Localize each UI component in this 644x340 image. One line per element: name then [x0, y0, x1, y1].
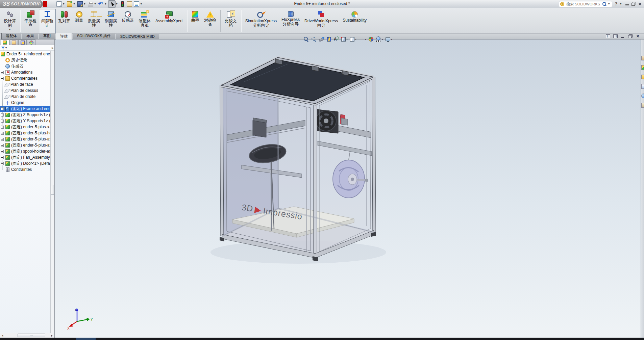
- tree-vscroll-thumb[interactable]: [51, 185, 54, 195]
- view-settings-dropdown-icon[interactable]: ▾: [391, 38, 392, 41]
- tree-item[interactable]: 历史记录: [0, 57, 50, 63]
- expand-plus-icon[interactable]: [1, 71, 4, 74]
- sensor-button[interactable]: 传感器: [119, 9, 136, 33]
- assembly-xpert-button[interactable]: AssemblyXpert: [153, 9, 185, 33]
- design-study-flyout-icon[interactable]: ▾: [9, 28, 10, 31]
- property-manager-tab[interactable]: [9, 40, 18, 45]
- expand-plus-icon[interactable]: [1, 126, 4, 129]
- doc-minimize-icon[interactable]: [621, 34, 625, 38]
- tree-vertical-scrollbar[interactable]: [50, 51, 54, 333]
- section-view-button[interactable]: [327, 37, 331, 42]
- display-style-button[interactable]: ▾: [350, 37, 356, 42]
- simulationxpress-button[interactable]: SimulationXpress 分析向导: [243, 9, 279, 33]
- expand-plus-icon[interactable]: [1, 144, 4, 147]
- pane-right-icon[interactable]: [613, 34, 618, 38]
- help-search-box[interactable]: ▾: [559, 1, 612, 7]
- apply-scene-button[interactable]: ▾: [376, 36, 383, 42]
- options-button[interactable]: [133, 1, 140, 7]
- tab-布局[interactable]: 布局: [22, 33, 38, 39]
- tree-item[interactable]: (固定) Frame and enclosu: [0, 106, 50, 112]
- tree-item[interactable]: 传感器: [0, 63, 50, 69]
- symmetry-check-button[interactable]: 对称检 查: [202, 9, 219, 33]
- tree-item[interactable]: (固定) ender-5-plus-x-axi: [0, 124, 50, 130]
- print-button[interactable]: [87, 1, 94, 7]
- file-explorer-icon[interactable]: [641, 75, 644, 79]
- expand-plus-icon[interactable]: [1, 77, 4, 80]
- view-settings-button[interactable]: ▾: [386, 37, 392, 41]
- select-button[interactable]: [108, 0, 116, 8]
- expand-pane-chevron[interactable]: »: [51, 46, 53, 50]
- tab-solidworks-mbd[interactable]: SOLIDWORKS MBD: [116, 34, 159, 39]
- tree-item[interactable]: (固定) Door<1> (Défaut<: [0, 160, 50, 166]
- driveworksxpress-button[interactable]: DriveWorksXpress 向导: [302, 9, 340, 33]
- tree-item[interactable]: (固定) spool-holder-asse: [0, 148, 50, 154]
- design-study-button[interactable]: 设计算 例▾: [1, 9, 18, 33]
- tree-item[interactable]: Ender 5+ reinforced enclose: [0, 51, 50, 57]
- printer-model-canvas[interactable]: 3D▶Impressio: [55, 40, 641, 338]
- doc-restore-icon[interactable]: [628, 34, 633, 38]
- minimize-button[interactable]: [625, 2, 629, 6]
- restore-button[interactable]: [631, 2, 636, 6]
- tree-item[interactable]: (固定) Fan_Assembly v2<: [0, 154, 50, 160]
- appearances-icon[interactable]: [641, 94, 644, 98]
- filter-funnel-icon[interactable]: [1, 47, 5, 49]
- apply-scene-dropdown-icon[interactable]: ▾: [382, 38, 383, 41]
- print-dropdown-icon[interactable]: ▾: [95, 2, 96, 5]
- view-orientation-dropdown-icon[interactable]: ▾: [346, 38, 348, 41]
- tree-item[interactable]: (固定) Y Support<1> (Dé: [0, 118, 50, 124]
- expand-plus-icon[interactable]: [1, 132, 4, 135]
- tree-item[interactable]: Commentaires: [0, 75, 50, 81]
- select-dropdown-icon[interactable]: ▾: [116, 2, 118, 5]
- open-dropdown-icon[interactable]: ▾: [74, 2, 75, 5]
- expand-plus-icon[interactable]: [1, 113, 4, 116]
- view-palette-icon[interactable]: [641, 84, 644, 89]
- scroll-right-arrow-icon[interactable]: ▸: [50, 334, 54, 337]
- tab-评估[interactable]: 评估: [56, 33, 72, 40]
- edit-appearance-button[interactable]: [369, 37, 373, 42]
- hole-alignment-button[interactable]: 孔对齐: [56, 9, 73, 33]
- undo-button[interactable]: [98, 1, 104, 7]
- tree-item[interactable]: (固定) ender-5-plus-hot-e: [0, 130, 50, 136]
- help-dropdown-icon[interactable]: ▾: [620, 2, 621, 5]
- tree-item[interactable]: Annotations: [0, 69, 50, 75]
- close-button[interactable]: ×: [638, 2, 641, 6]
- task-pane-strip[interactable]: [641, 40, 644, 338]
- expand-plus-icon[interactable]: [1, 156, 4, 159]
- compare-documents-button[interactable]: 比较文 档: [222, 9, 239, 33]
- zoom-fit-button[interactable]: [303, 36, 309, 42]
- expand-plus-icon[interactable]: [1, 120, 4, 123]
- doc-close-icon[interactable]: ×: [636, 34, 640, 38]
- display-style-dropdown-icon[interactable]: ▾: [355, 38, 356, 41]
- tree-item[interactable]: (固定) ender-5-plus-asse: [0, 136, 50, 142]
- search-input[interactable]: [566, 2, 601, 6]
- hide-show-items-button[interactable]: ▾: [359, 36, 366, 42]
- curvature-button[interactable]: 曲率: [189, 9, 202, 33]
- tree-horizontal-scrollbar[interactable]: ◂ ▸: [0, 333, 54, 338]
- assembly-visualization-button[interactable]: 装配体 直观: [136, 9, 153, 33]
- expand-plus-icon[interactable]: [1, 150, 4, 153]
- undo-dropdown-icon[interactable]: ▾: [105, 2, 106, 5]
- tab-草图[interactable]: 草图: [39, 33, 55, 39]
- mass-properties-button[interactable]: 质量属 性: [85, 9, 102, 33]
- tree-item[interactable]: Contraintes: [0, 166, 50, 173]
- scroll-left-arrow-icon[interactable]: ◂: [0, 334, 5, 337]
- configuration-manager-tab[interactable]: [18, 40, 27, 45]
- tree-hscroll-thumb[interactable]: [18, 334, 45, 337]
- expand-plus-icon[interactable]: [1, 107, 4, 110]
- display-manager-tab[interactable]: [27, 40, 35, 45]
- save-dropdown-icon[interactable]: ▾: [84, 2, 85, 5]
- view-rotate-button[interactable]: [333, 36, 339, 42]
- design-library-icon[interactable]: [641, 65, 644, 70]
- expand-plus-icon[interactable]: [1, 138, 4, 141]
- sustainability-button[interactable]: Sustainability: [340, 9, 369, 33]
- interference-check-button[interactable]: 干涉检 查: [22, 9, 39, 33]
- zoom-area-button[interactable]: [311, 36, 317, 42]
- feature-manager-tab[interactable]: [1, 40, 9, 45]
- help-button[interactable]: ?: [615, 1, 617, 6]
- tree-item[interactable]: Plan de face: [0, 81, 50, 87]
- custom-properties-icon[interactable]: [641, 103, 644, 108]
- previous-view-button[interactable]: [319, 36, 324, 42]
- new-document-button[interactable]: [56, 1, 63, 7]
- options-dropdown-icon[interactable]: ▾: [141, 2, 142, 5]
- printer-model[interactable]: 3D▶Impressio: [210, 57, 386, 264]
